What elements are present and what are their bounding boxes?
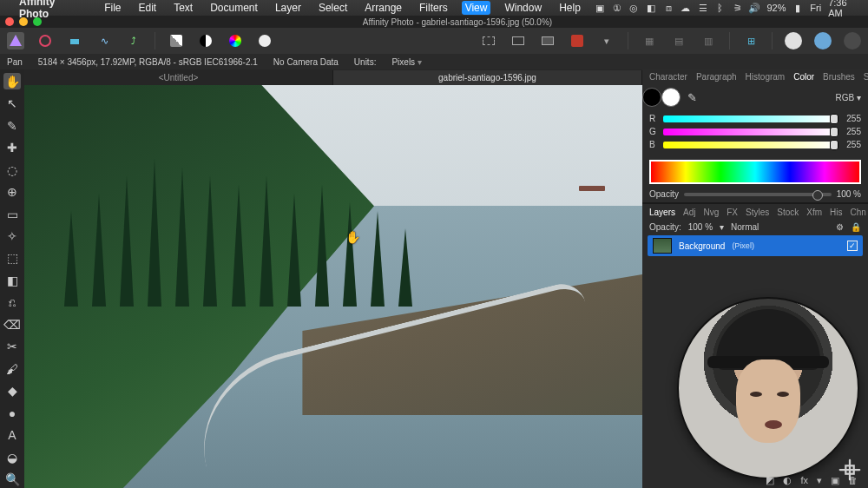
- blend-icon[interactable]: ▾: [817, 475, 822, 486]
- tool-selectionbrush[interactable]: ◌: [3, 162, 21, 178]
- tool-brush[interactable]: 🖌: [3, 360, 21, 377]
- assistant-1[interactable]: [785, 32, 802, 49]
- tab-color[interactable]: Color: [793, 72, 814, 82]
- tool-erase[interactable]: ⌫: [3, 316, 21, 333]
- tool-shape[interactable]: ●: [3, 405, 21, 421]
- r-slider[interactable]: [663, 115, 835, 122]
- toolbar-snap[interactable]: ⊞: [742, 32, 760, 49]
- tool-undo[interactable]: ⎌: [3, 294, 21, 311]
- tool-healing[interactable]: ✧: [3, 228, 21, 244]
- eyedropper-icon[interactable]: ✎: [687, 91, 697, 104]
- tab-styles[interactable]: Styles: [746, 208, 769, 217]
- tool-text[interactable]: A: [3, 427, 21, 444]
- tool-pen[interactable]: ✂: [3, 339, 21, 355]
- units-dropdown[interactable]: Pixels: [391, 57, 421, 67]
- b-slider[interactable]: [663, 142, 835, 148]
- tab-swatches[interactable]: Swatches: [864, 72, 868, 82]
- tool-gradient[interactable]: ◆: [3, 383, 21, 399]
- toolbar-quickmask[interactable]: [569, 32, 586, 49]
- r-value[interactable]: 255: [840, 114, 861, 123]
- toolbar-autowb[interactable]: [256, 32, 273, 49]
- blend-mode-dropdown[interactable]: Normal: [731, 222, 759, 232]
- tool-patch[interactable]: ◧: [3, 272, 21, 288]
- toolbar-arrange-1[interactable]: ▦: [641, 32, 658, 49]
- layer-background[interactable]: Background (Pixel) ✓: [648, 235, 863, 256]
- doc-tab-gabriel[interactable]: gabriel-santiago-1596.jpg: [333, 70, 642, 85]
- toolbar-autocontrast[interactable]: [197, 32, 214, 49]
- assistant-3[interactable]: [844, 32, 861, 49]
- layer-visibility-check[interactable]: ✓: [847, 241, 858, 251]
- persona-develop[interactable]: [66, 32, 83, 49]
- persona-liquify[interactable]: [36, 32, 54, 49]
- toolbar-refine[interactable]: ▾: [598, 32, 615, 49]
- toolbar-autolevels[interactable]: [168, 32, 185, 49]
- tool-flood[interactable]: ⊕: [3, 183, 21, 200]
- battery-icon[interactable]: ▮: [792, 3, 803, 13]
- tab-his[interactable]: His: [830, 208, 842, 217]
- menu-text[interactable]: Text: [170, 1, 196, 15]
- tool-move[interactable]: ↖: [3, 95, 21, 111]
- cloud-icon[interactable]: ☁: [681, 3, 691, 13]
- menu-file[interactable]: File: [101, 1, 124, 15]
- hue-spectrum[interactable]: [649, 160, 861, 184]
- back-color-icon[interactable]: [642, 88, 661, 107]
- tool-colorpicker[interactable]: ✎: [3, 117, 21, 134]
- toolbar-selection-1[interactable]: [480, 32, 497, 49]
- tool-clone[interactable]: ⬚: [3, 250, 21, 267]
- tab-nvg[interactable]: Nvg: [703, 208, 719, 217]
- tool-pan[interactable]: ✋: [3, 73, 21, 89]
- menu-filters[interactable]: Filters: [416, 1, 451, 15]
- tab-stock[interactable]: Stock: [777, 208, 799, 217]
- zoom-traffic[interactable]: [33, 17, 42, 26]
- tab-xfm[interactable]: Xfm: [806, 208, 822, 217]
- toolbar-selection-2[interactable]: [510, 32, 527, 49]
- tab-layers[interactable]: Layers: [649, 208, 675, 217]
- tab-character[interactable]: Character: [649, 72, 687, 82]
- opacity-slider[interactable]: [684, 193, 832, 196]
- tab-brushes[interactable]: Brushes: [823, 72, 855, 82]
- persona-tone[interactable]: ∿: [95, 32, 113, 49]
- minimize-traffic[interactable]: [19, 17, 28, 26]
- layer-gear-icon[interactable]: ⚙: [836, 222, 844, 232]
- menu-edit[interactable]: Edit: [135, 1, 160, 15]
- g-slider[interactable]: [663, 129, 835, 135]
- menu-layer[interactable]: Layer: [272, 1, 305, 15]
- opacity-value[interactable]: 100 %: [837, 189, 861, 199]
- status-icon-3[interactable]: ◎: [629, 3, 640, 13]
- status-icon-4[interactable]: ◧: [646, 3, 656, 13]
- extra-icon[interactable]: ☰: [698, 3, 708, 13]
- adjust-icon[interactable]: ◐: [783, 475, 792, 486]
- color-swatch-pair[interactable]: [649, 88, 681, 107]
- menu-window[interactable]: Window: [501, 1, 545, 15]
- toolbar-arrange-2[interactable]: ▤: [670, 32, 687, 49]
- doc-tab-untitled[interactable]: <Untitled>: [24, 70, 333, 85]
- menu-select[interactable]: Select: [315, 1, 351, 15]
- mask-icon[interactable]: ◩: [766, 475, 774, 486]
- layer-lock-icon[interactable]: 🔒: [851, 222, 861, 232]
- tab-chn[interactable]: Chn: [851, 208, 866, 217]
- canvas[interactable]: ✋: [24, 85, 642, 488]
- tool-dodge[interactable]: ◒: [3, 449, 21, 465]
- tool-marquee[interactable]: ▭: [3, 206, 21, 222]
- tab-histogram[interactable]: Histogram: [746, 72, 786, 82]
- toolbar-selection-3[interactable]: [539, 32, 556, 49]
- menu-arrange[interactable]: Arrange: [361, 1, 405, 15]
- tool-zoom[interactable]: 🔍: [3, 471, 21, 487]
- b-value[interactable]: 255: [840, 140, 861, 149]
- fx-icon[interactable]: fx: [800, 475, 808, 486]
- toolbar-autocolors[interactable]: [227, 32, 244, 49]
- dropbox-icon[interactable]: ⧈: [663, 3, 674, 13]
- menu-view[interactable]: View: [462, 1, 491, 15]
- g-value[interactable]: 255: [840, 127, 861, 136]
- persona-photo[interactable]: [7, 32, 24, 49]
- wifi-icon[interactable]: ⚞: [733, 3, 743, 13]
- close-traffic[interactable]: [5, 17, 14, 26]
- assistant-2[interactable]: [814, 32, 832, 49]
- persona-export[interactable]: ⤴: [125, 32, 142, 49]
- tool-crop[interactable]: ✚: [3, 139, 21, 155]
- menu-help[interactable]: Help: [556, 1, 584, 15]
- menu-document[interactable]: Document: [207, 1, 261, 15]
- color-mode-dropdown[interactable]: RGB ▾: [836, 93, 861, 102]
- tab-paragraph[interactable]: Paragraph: [696, 72, 737, 82]
- layer-opacity-value[interactable]: 100 %: [688, 222, 713, 232]
